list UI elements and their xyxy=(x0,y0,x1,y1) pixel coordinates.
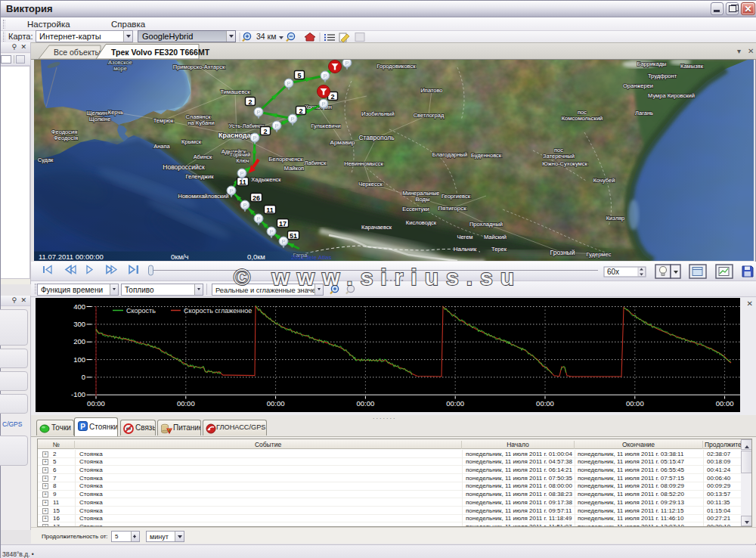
svg-text:Хадыженск: Хадыженск xyxy=(251,176,281,183)
svg-text:Невинномысск: Невинномысск xyxy=(344,160,383,167)
svg-text:60x: 60x xyxy=(607,268,619,276)
svg-text:Ипатово: Ипатово xyxy=(420,87,442,94)
svg-text:Новороссийск: Новороссийск xyxy=(163,163,205,171)
svg-text:Оранжереи: Оранжереи xyxy=(623,82,653,89)
svg-text:00:00: 00:00 xyxy=(87,399,105,408)
svg-text:Новомихайловский: Новомихайловский xyxy=(178,193,229,200)
svg-text:0,0км: 0,0км xyxy=(247,253,265,261)
svg-text:Чегем: Чегем xyxy=(457,234,472,240)
svg-text:✕: ✕ xyxy=(748,47,754,55)
svg-text:Армавир: Армавир xyxy=(330,139,355,146)
svg-text:2: 2 xyxy=(248,98,252,106)
svg-text:!: ! xyxy=(169,429,170,433)
svg-text:Кочубей: Кочубей xyxy=(593,177,615,184)
svg-text:на Кубани: на Кубани xyxy=(187,119,214,126)
svg-text:00:00: 00:00 xyxy=(716,399,734,408)
svg-text:200: 200 xyxy=(73,337,85,346)
svg-text:Нальчик: Нальчик xyxy=(454,246,477,253)
svg-text:11: 11 xyxy=(239,178,246,186)
svg-text:Прохладный: Прохладный xyxy=(469,221,503,228)
svg-text:Краснодар: Краснодар xyxy=(218,132,256,139)
svg-text:▾: ▾ xyxy=(737,47,741,55)
svg-text:34 км: 34 км xyxy=(256,32,276,41)
svg-text:Южно-Сухокумск: Южно-Сухокумск xyxy=(542,160,587,167)
svg-text:Феодосiя: Феодосiя xyxy=(54,135,78,141)
svg-text:Кизляр: Кизляр xyxy=(606,215,625,222)
svg-text:Скорость сглаженное: Скорость сглаженное xyxy=(184,307,252,315)
svg-text:море: море xyxy=(113,65,127,72)
svg-text:P: P xyxy=(240,170,243,177)
svg-text:P: P xyxy=(321,101,325,107)
svg-text:Благодарный: Благодарный xyxy=(432,151,467,158)
svg-text:Камызяк: Камызяк xyxy=(680,63,704,70)
svg-text:P: P xyxy=(229,188,233,194)
svg-text:Судак: Судак xyxy=(38,157,54,163)
svg-text:P: P xyxy=(345,60,349,67)
svg-text:Черкесск: Черкесск xyxy=(358,181,383,188)
svg-text:P: P xyxy=(269,228,273,235)
svg-text:Керчь: Керчь xyxy=(108,109,123,116)
svg-text:Пятигорск: Пятигорск xyxy=(438,205,466,212)
svg-text:Анапа: Анапа xyxy=(153,143,170,150)
svg-text:11.07.2011 00:00:00: 11.07.2011 00:00:00 xyxy=(39,253,104,261)
svg-text:Щолкiне: Щолкiне xyxy=(89,116,111,122)
svg-text:Светлоград: Светлоград xyxy=(414,112,445,119)
svg-text:Терек: Терек xyxy=(491,246,507,253)
svg-text:Воды: Воды xyxy=(416,196,430,203)
svg-text:Буденновск: Буденновск xyxy=(471,152,502,159)
svg-text:-100: -100 xyxy=(71,390,85,398)
svg-text:Усть-Лабинск: Усть-Лабинск xyxy=(229,122,265,129)
svg-text:Майский: Майский xyxy=(484,234,507,240)
svg-text:400: 400 xyxy=(73,302,85,311)
svg-text:Все объекты: Все объекты xyxy=(54,48,101,57)
svg-text:Крымск: Крымск xyxy=(181,138,202,145)
svg-text:Белореченск: Белореченск xyxy=(269,156,304,163)
svg-text:Ставрополь: Ставрополь xyxy=(358,134,395,141)
svg-text:00:00: 00:00 xyxy=(357,399,375,408)
svg-text:Гулькевичи: Гулькевичи xyxy=(311,122,340,129)
svg-text:Кисловодск: Кисловодск xyxy=(406,219,437,226)
svg-text:00:00: 00:00 xyxy=(626,399,644,408)
svg-text:5: 5 xyxy=(297,72,301,79)
svg-text:P: P xyxy=(256,109,260,116)
svg-text:Майкоп: Майкоп xyxy=(284,165,304,172)
svg-text:Горячий: Горячий xyxy=(231,152,250,158)
svg-text:0км/ч: 0км/ч xyxy=(171,253,189,261)
svg-text:P: P xyxy=(256,215,260,222)
svg-text:Затеречный: Затеречный xyxy=(543,153,575,160)
svg-text:2011 Tele Atlas: 2011 Tele Atlas xyxy=(291,254,332,261)
svg-text:P: P xyxy=(290,116,294,122)
svg-text:Трек Volvo FE320 Т666МТ: Трек Volvo FE320 Т666МТ xyxy=(111,48,210,57)
svg-text:00:00: 00:00 xyxy=(536,399,554,408)
svg-text:Мумра Кировский: Мумра Кировский xyxy=(648,92,695,99)
svg-text:Изобильный: Изобильный xyxy=(361,110,394,117)
svg-text:0: 0 xyxy=(82,373,85,381)
svg-text:11: 11 xyxy=(266,206,274,214)
svg-text:17: 17 xyxy=(279,220,287,228)
svg-text:Георгиевск: Георгиевск xyxy=(442,193,471,200)
svg-text:2: 2 xyxy=(330,93,334,101)
svg-text:100: 100 xyxy=(73,355,85,364)
svg-text:P: P xyxy=(287,80,290,87)
svg-text:300: 300 xyxy=(73,320,85,328)
svg-text:Комсомольский: Комсомольский xyxy=(562,115,603,122)
svg-text:Ключ: Ключ xyxy=(237,158,249,163)
svg-text:P: P xyxy=(274,122,278,129)
svg-text:Гудермес: Гудермес xyxy=(587,251,612,258)
svg-text:Тимашевск: Тимашевск xyxy=(221,88,251,95)
svg-text:Городовиковск: Городовиковск xyxy=(376,63,416,70)
svg-text:00:00: 00:00 xyxy=(446,399,464,408)
svg-text:51: 51 xyxy=(290,232,297,240)
svg-text:P: P xyxy=(323,73,327,79)
svg-text:2: 2 xyxy=(263,128,267,135)
svg-text:P: P xyxy=(243,202,246,209)
svg-text:2: 2 xyxy=(299,107,302,115)
svg-text:Приморско-Ахтарск: Приморско-Ахтарск xyxy=(173,64,225,70)
svg-text:Темрюк: Темрюк xyxy=(153,117,174,124)
svg-text:Ессентуки: Ессентуки xyxy=(402,206,429,212)
svg-text:Баррикады: Баррикады xyxy=(637,60,666,67)
svg-text:Карачаевск: Карачаевск xyxy=(361,224,392,231)
svg-text:P: P xyxy=(80,423,85,431)
svg-text:P: P xyxy=(253,135,256,141)
svg-text:Трудфронт: Трудфронт xyxy=(648,73,677,79)
